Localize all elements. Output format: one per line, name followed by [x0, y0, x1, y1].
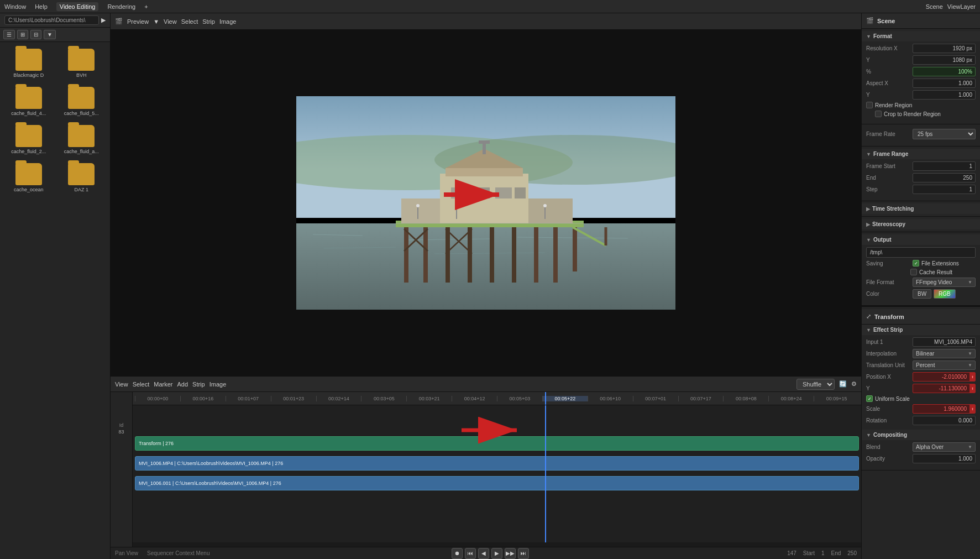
playback-mode-select[interactable]: Shuffle	[796, 379, 835, 390]
list-item[interactable]: Blackmagic D	[4, 46, 53, 80]
compositing-header[interactable]: ▼ Compositing	[862, 430, 980, 440]
interpolation-dropdown[interactable]: Bilinear ▼	[913, 349, 976, 358]
menu-rendering[interactable]: Rendering	[107, 3, 135, 10]
effect-strip-header[interactable]: ▼ Effect Strip	[862, 325, 980, 335]
list-item[interactable]: cache_fluid_4...	[4, 85, 53, 118]
view-list-btn[interactable]: ☰	[3, 30, 15, 39]
render-region-checkbox[interactable]	[866, 102, 873, 108]
rotation-value[interactable]: 0.000	[913, 416, 976, 425]
list-item[interactable]: cache_fluid_2...	[4, 123, 53, 156]
tracks-area[interactable]: Transform | 276 MVI_1006.MP4 | C:\Users\…	[133, 405, 861, 542]
scene-icon: 🎬	[866, 17, 874, 24]
bottom-right-info: 147 Start 1 End 250	[787, 550, 857, 556]
frame-start-value[interactable]: 1	[913, 161, 976, 171]
list-item[interactable]: BVH	[57, 46, 106, 80]
position-y-input[interactable]: -11.130000 ⬆	[913, 384, 976, 393]
svg-rect-13	[483, 143, 486, 154]
position-x-drag-handle[interactable]: ⬆	[969, 373, 975, 381]
file-extensions-checkbox[interactable]	[913, 260, 919, 267]
preview-dropdown-icon[interactable]: ▼	[153, 18, 159, 25]
frame-step-value[interactable]: 1	[913, 185, 976, 194]
skip-start-btn[interactable]: ⏮	[465, 548, 476, 559]
output-section-label: Output	[873, 237, 892, 243]
translation-unit-dropdown[interactable]: Percent ▼	[913, 361, 976, 370]
track-clip-mv1[interactable]: MVI_1006.MP4 | C:\Users\Loobrush\Videos\…	[135, 456, 859, 471]
output-path-input[interactable]	[866, 247, 976, 258]
effect-strip-expand-icon: ▼	[866, 327, 871, 333]
preview-menu-select[interactable]: Select	[181, 18, 198, 25]
preview-menu-image[interactable]: Image	[219, 18, 237, 25]
timeline-ruler[interactable]: 00:00+00 00:00+16 00:01+07 00:01+23 00:0…	[133, 392, 861, 405]
path-nav-btn[interactable]: ▶	[101, 17, 106, 24]
prev-frame-btn[interactable]: ◀	[478, 548, 489, 559]
time-stretching-expand-icon: ▶	[866, 206, 870, 212]
resolution-x-value[interactable]: 1920 px	[913, 44, 976, 53]
time-stretching-header[interactable]: ▶ Time Stretching	[862, 203, 980, 214]
seq-menu-select[interactable]: Select	[133, 381, 150, 388]
rgb-btn[interactable]: RGB	[934, 289, 956, 299]
scale-input[interactable]: 1.960000 ⬆	[913, 404, 976, 414]
preview-mode-label[interactable]: Preview	[127, 18, 149, 25]
seq-menu-add[interactable]: Add	[177, 381, 188, 388]
preview-menu-strip[interactable]: Strip	[202, 18, 215, 25]
preview-menu-view[interactable]: View	[164, 18, 177, 25]
bw-btn[interactable]: BW	[913, 289, 931, 299]
list-item[interactable]: cache_fluid_a...	[57, 123, 106, 156]
play-btn[interactable]: ▶	[491, 548, 502, 559]
list-item[interactable]: cache_fluid_5...	[57, 85, 106, 118]
file-format-dropdown[interactable]: FFmpeg Video ▼	[913, 278, 976, 287]
file-label: cache_fluid_5...	[64, 111, 99, 116]
format-section-header[interactable]: ▼ Format	[862, 31, 980, 41]
position-x-input[interactable]: -2.010000 ⬆	[913, 372, 976, 382]
seq-id-panel: Id 83	[111, 392, 133, 547]
view-large-btn[interactable]: ⊟	[30, 30, 41, 39]
menu-window[interactable]: Window	[4, 3, 26, 10]
opacity-value[interactable]: 1.000	[913, 454, 976, 463]
track-clip-mv2[interactable]: MVI_1006.001 | C:\Users\Loobrush\Videos\…	[135, 476, 859, 490]
file-label: BVH	[76, 72, 87, 78]
seq-menu-view[interactable]: View	[115, 381, 128, 388]
playhead-vertical	[545, 405, 546, 542]
aspect-x-value[interactable]: 1.000	[913, 79, 976, 88]
resolution-y-value[interactable]: 1080 px	[913, 55, 976, 65]
input-1-value[interactable]: MVI_1006.MP4	[913, 337, 976, 347]
crop-region-checkbox[interactable]	[875, 111, 882, 117]
sequencer-content: Id 83 00:00+00 00:00+16 00:01+07 00:01+2…	[111, 392, 861, 547]
resolution-percent-value[interactable]: 100%	[913, 67, 976, 76]
skip-end-btn[interactable]: ⏭	[518, 548, 529, 559]
list-item[interactable]: cache_ocean	[4, 161, 53, 195]
input-1-row: Input 1 MVI_1006.MP4	[866, 337, 976, 347]
seq-menu-strip[interactable]: Strip	[192, 381, 205, 388]
list-item[interactable]: DAZ 1	[57, 161, 106, 195]
seq-menu-marker[interactable]: Marker	[154, 381, 172, 388]
blend-dropdown[interactable]: Alpha Over ▼	[913, 442, 976, 452]
frame-rate-section: Frame Rate 25 fps	[862, 124, 980, 147]
output-section-header[interactable]: ▼ Output	[862, 234, 980, 245]
effect-strip-label: Effect Strip	[873, 327, 903, 333]
menu-help[interactable]: Help	[35, 3, 48, 10]
frame-end-value[interactable]: 250	[913, 173, 976, 182]
seq-menu-image[interactable]: Image	[209, 381, 227, 388]
cache-result-checkbox[interactable]	[910, 269, 917, 275]
aspect-y-value[interactable]: 1.000	[913, 90, 976, 100]
menu-video-editing[interactable]: Video Editing	[56, 2, 99, 11]
crop-region-label: Crop to Render Region	[884, 111, 941, 117]
position-y-row: Y -11.130000 ⬆	[866, 384, 976, 393]
filter-btn[interactable]: ▼	[44, 30, 56, 39]
frame-range-header[interactable]: ▼ Frame Range	[862, 149, 980, 159]
ruler-mark: 00:00+00	[135, 396, 180, 401]
ruler-mark: 00:03+21	[406, 396, 452, 401]
stereoscopy-header[interactable]: ▶ Stereoscopy	[862, 219, 980, 229]
view-grid-btn[interactable]: ⊞	[17, 30, 28, 39]
record-btn[interactable]: ⏺	[452, 548, 463, 559]
folder-icon	[15, 163, 42, 185]
position-y-drag-handle[interactable]: ⬆	[969, 384, 975, 393]
svg-point-41	[543, 204, 547, 207]
path-bar[interactable]: C:\Users\Loobrush\Documents\	[4, 15, 99, 25]
add-workspace-btn[interactable]: +	[144, 3, 148, 10]
frame-rate-select[interactable]: 25 fps	[913, 129, 976, 139]
seq-scrollbar[interactable]	[133, 542, 861, 547]
uniform-scale-checkbox[interactable]	[866, 395, 873, 402]
scale-drag-handle[interactable]: ⬆	[969, 405, 975, 413]
next-frame-btn[interactable]: ▶▶	[505, 548, 516, 559]
